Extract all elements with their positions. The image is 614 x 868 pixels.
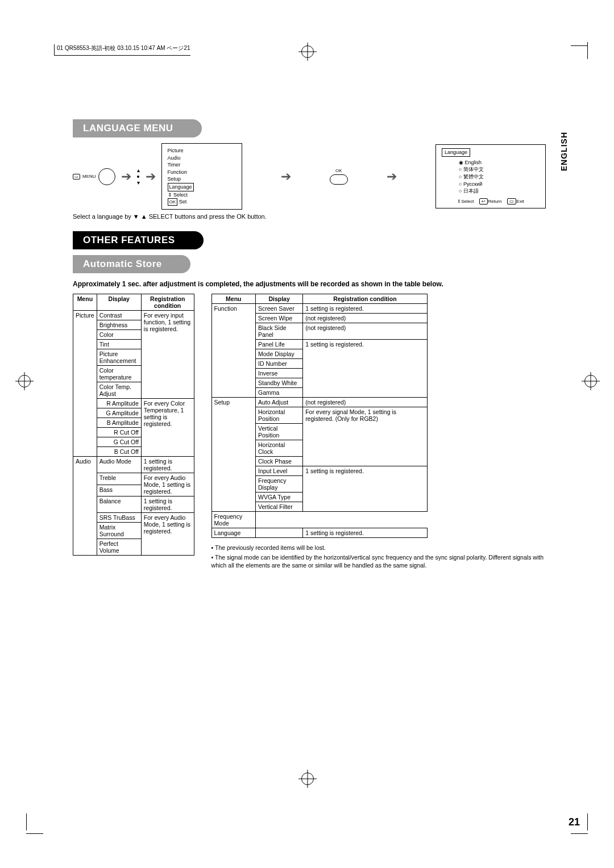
table-cell-display: Picture Enhancement <box>97 349 141 366</box>
table-cell-display: Horizontal Clock <box>256 440 303 457</box>
ok-button-icon <box>330 174 348 185</box>
table-cell-display: Auto Adjust <box>256 398 303 407</box>
table-cell-display: G Cut Off <box>97 437 141 447</box>
table-cell-display: Audio Mode <box>97 457 141 473</box>
table-cell-display: Color <box>97 330 141 340</box>
operation-flow: ▭ MENU ➔ ▴▾ ➔ Picture Audio Timer Functi… <box>73 143 546 210</box>
table-cell-display: Frequency Display <box>256 476 303 493</box>
footnotes: The previously recorded items will be lo… <box>211 544 546 570</box>
table-cell-condition: (not registered) <box>303 398 427 407</box>
updown-select-icon: ▴▾ <box>137 168 140 186</box>
language-option: 繁體中文 <box>459 173 540 181</box>
table-cell-display: Gamma <box>256 388 303 398</box>
table-cell-menu: Picture <box>73 311 97 457</box>
ok-button: OK <box>330 168 348 185</box>
table-cell-display: Frequency Mode <box>211 512 255 528</box>
table-cell-display: ID Number <box>256 359 303 369</box>
footnote-item: The signal mode can be identified by the… <box>211 553 546 569</box>
table-cell-display: B Cut Off <box>97 447 141 457</box>
table-cell-display: G Amplitude <box>97 408 141 418</box>
store-note: Approximately 1 sec. after adjustment is… <box>73 280 546 288</box>
page-number: 21 <box>569 816 580 828</box>
table-cell-display: Balance <box>97 496 141 513</box>
table-cell-condition: 1 setting is registered. <box>141 457 194 473</box>
menu-button: ▭ MENU <box>73 168 115 185</box>
table-cell-display: SRS TruBass <box>97 513 141 523</box>
crop-mark-icon <box>571 45 588 62</box>
exit-icon: ▭ <box>507 198 516 205</box>
table-cell-display: WVGA Type <box>256 493 303 502</box>
table-cell-display: Vertical Position <box>256 424 303 440</box>
registration-table-left: Menu Display Registration condition Pict… <box>73 294 194 556</box>
table-cell-display: Color Temp. Adjust <box>97 382 141 399</box>
table-cell-condition: For every input function, 1 setting is r… <box>141 311 194 399</box>
table-cell-condition: For every Audio Mode, 1 setting is regis… <box>141 473 194 496</box>
osd-language-menu: Language English简体中文繁體中文Русский日本語 ⇕Sele… <box>435 144 546 208</box>
arrow-right-icon: ➔ <box>121 169 131 184</box>
registration-mark-icon <box>301 45 314 58</box>
table-cell-display: Screen Wipe <box>256 314 303 323</box>
table-cell-condition: 1 setting is registered. <box>303 304 427 314</box>
table-cell-menu: Setup <box>211 398 255 512</box>
table-cell-display: Clock Phase <box>256 457 303 466</box>
table-cell-display: Brightness <box>97 320 141 330</box>
footnote-item: The previously recorded items will be lo… <box>211 544 546 552</box>
table-cell-condition: 1 setting is registered. <box>141 496 194 513</box>
arrow-right-icon: ➔ <box>146 169 156 184</box>
language-option: 日本語 <box>459 187 540 195</box>
return-icon: ↩ <box>479 198 488 205</box>
table-cell-display: Screen Saver <box>256 304 303 314</box>
table-cell-display <box>256 528 303 538</box>
table-cell-condition: For every Audio Mode, 1 setting is regis… <box>141 513 194 556</box>
crop-mark-icon <box>26 817 43 834</box>
table-cell-condition: 1 setting is registered. <box>303 340 427 398</box>
table-cell-display: Vertical Filter <box>256 502 303 512</box>
print-header: 01 QR58553-英語-初校 03.10.15 10:47 AM ページ21 <box>54 44 190 56</box>
table-cell-display: Treble <box>97 473 141 485</box>
table-cell-display: Input Level <box>256 466 303 476</box>
section-automatic-store: Automatic Store <box>73 255 190 273</box>
registration-mark-icon <box>584 375 597 387</box>
arrow-right-icon: ➔ <box>354 169 430 184</box>
section-other-features: OTHER FEATURES <box>73 231 204 249</box>
table-cell-condition: 1 setting is registered. <box>303 528 427 538</box>
table-cell-display: Black Side Panel <box>256 323 303 340</box>
table-cell-display: Mode Display <box>256 349 303 359</box>
table-cell-display: Contrast <box>97 311 141 320</box>
table-cell-condition: For every Color Temperature, 1 setting i… <box>141 399 194 457</box>
table-cell-menu: Audio <box>73 457 97 556</box>
table-cell-condition: 1 setting is registered. <box>303 466 427 512</box>
registration-mark-icon <box>301 773 314 785</box>
language-tab: ENGLISH <box>559 132 569 171</box>
menu-button-icon <box>98 168 115 185</box>
table-cell-display: B Amplitude <box>97 418 141 428</box>
table-cell-menu: Function <box>211 304 255 398</box>
table-cell-display: Perfect Volume <box>97 539 141 556</box>
table-cell-condition: (not registered) <box>303 314 427 323</box>
arrow-right-icon: ➔ <box>248 169 324 184</box>
table-cell-display: Tint <box>97 340 141 349</box>
registration-table-right: Menu Display Registration condition Func… <box>211 294 428 538</box>
table-cell-display: Standby White <box>256 378 303 388</box>
language-option: English <box>459 159 540 166</box>
table-cell-display: Color temperature <box>97 366 141 382</box>
osd-highlighted-item: Language <box>168 183 194 191</box>
table-cell-display: Bass <box>97 485 141 496</box>
osd-main-menu: Picture Audio Timer Function Setup Langu… <box>161 143 242 210</box>
table-cell-display: R Amplitude <box>97 399 141 408</box>
registration-mark-icon <box>18 375 31 387</box>
section-language-menu: LANGUAGE MENU <box>73 119 202 137</box>
table-cell-display: Horizontal Position <box>256 407 303 424</box>
updown-icon: ⇕ <box>168 192 172 198</box>
table-cell-condition: (not registered) <box>303 323 427 340</box>
table-cell-display: Matrix Surround <box>97 523 141 539</box>
table-cell-display: Inverse <box>256 369 303 378</box>
instruction-text: Select a language by ▼ ▲ SELECT buttons … <box>73 213 546 220</box>
table-cell-display: Panel Life <box>256 340 303 349</box>
table-cell-menu: Language <box>211 528 255 538</box>
language-option: Русский <box>459 181 540 188</box>
language-option: 简体中文 <box>459 166 540 173</box>
table-cell-condition: For every signal Mode, 1 setting is regi… <box>303 407 427 466</box>
table-cell-display: R Cut Off <box>97 428 141 437</box>
